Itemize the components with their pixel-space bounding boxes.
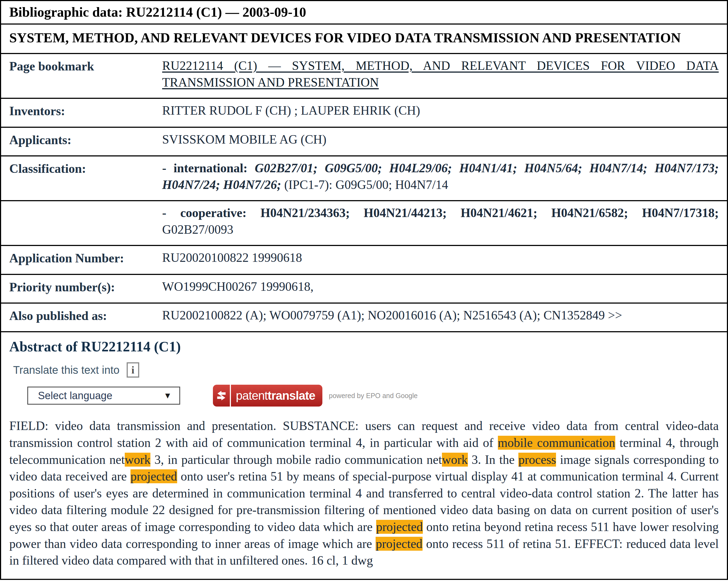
highlighted-term: work: [125, 453, 151, 466]
language-select[interactable]: Select language ▼: [27, 387, 180, 405]
bibliographic-data-page: Bibliographic data: RU2212114 (C1) — 200…: [0, 0, 728, 580]
text-segment: (IPC1-7): G09G5/00; H04N7/14: [284, 178, 448, 192]
field-value: RITTER RUDOL F (CH) ; LAUPER EHRIK (CH): [162, 102, 719, 119]
field-row-page-bookmark: Page bookmark RU2212114 (C1) — SYSTEM, M…: [1, 54, 727, 98]
text-segment: 3. In the: [468, 453, 519, 466]
field-label: Priority number(s):: [9, 278, 162, 296]
highlighted-term: mobile communication: [498, 436, 615, 450]
text-segment: H04N21/234363; H04N21/44213; H04N21/4621…: [260, 206, 719, 220]
text-segment: G02B27/0093: [162, 223, 233, 236]
logo-text-translate: translate: [267, 389, 315, 402]
bookmark-link[interactable]: RU2212114 (C1) — SYSTEM, METHOD, AND REL…: [162, 59, 719, 89]
classification-international-value: - international: G02B27/01; G09G5/00; H0…: [162, 160, 719, 193]
field-row-classification-international: Classification: - international: G02B27/…: [1, 156, 727, 200]
field-row-application-number: Application Number: RU20020100822 199906…: [1, 246, 727, 274]
text-segment: - cooperative:: [162, 206, 260, 220]
logo-text-patent: patent: [236, 389, 267, 402]
abstract-paragraph: FIELD: video data transmission and prese…: [9, 418, 719, 569]
language-select-value: Select language: [38, 390, 112, 402]
field-row-priority-numbers: Priority number(s): WO1999CH00267 199906…: [1, 275, 727, 303]
abstract-section: Abstract of RU2212114 (C1) Translate thi…: [1, 332, 727, 573]
highlighted-term: projected: [376, 520, 423, 534]
abstract-heading: Abstract of RU2212114 (C1): [9, 338, 719, 355]
translate-arrows-icon: [213, 385, 231, 407]
bibliographic-header: Bibliographic data: RU2212114 (C1) — 200…: [1, 1, 727, 24]
chevron-down-icon: ▼: [163, 391, 172, 400]
field-value: WO1999CH00267 19990618,: [162, 278, 719, 296]
patenttranslate-wordmark: patenttranslate: [231, 385, 322, 407]
patent-title: SYSTEM, METHOD, AND RELEVANT DEVICES FOR…: [1, 25, 727, 53]
translate-controls: Select language ▼ patenttranslate powere…: [27, 385, 719, 407]
highlighted-term: work: [442, 453, 468, 466]
patenttranslate-logo[interactable]: patenttranslate: [213, 385, 322, 407]
text-segment: 3, in particular through mobile radio co…: [150, 453, 442, 466]
text-segment: - international:: [162, 161, 255, 175]
field-label: Application Number:: [9, 249, 162, 267]
field-label: Also published as:: [9, 307, 162, 324]
field-label: Applicants:: [9, 131, 162, 148]
highlighted-term: projected: [375, 537, 422, 551]
highlighted-term: projected: [130, 469, 177, 483]
field-value: RU20020100822 19990618: [162, 249, 719, 267]
field-row-inventors: Inventors: RITTER RUDOL F (CH) ; LAUPER …: [1, 99, 727, 126]
field-value: SVISSKOM MOBILE AG (CH): [162, 131, 719, 148]
field-row-applicants: Applicants: SVISSKOM MOBILE AG (CH): [1, 128, 727, 155]
highlighted-term: process: [518, 453, 556, 466]
field-row-also-published-as: Also published as: RU2002100822 (A); WO0…: [1, 304, 727, 331]
field-label: Inventors:: [9, 102, 162, 119]
field-value: RU2002100822 (A); WO0079759 (A1); NO2001…: [162, 307, 719, 324]
translate-label: Translate this text into: [13, 364, 120, 376]
field-label: Classification:: [9, 160, 162, 193]
field-label: Page bookmark: [9, 57, 162, 91]
classification-cooperative-value: - cooperative: H04N21/234363; H04N21/442…: [162, 204, 719, 238]
field-label-empty: [9, 204, 162, 238]
info-icon[interactable]: i: [127, 362, 139, 378]
powered-by-text: powered by EPO and Google: [329, 392, 418, 400]
field-row-classification-cooperative: - cooperative: H04N21/234363; H04N21/442…: [1, 201, 727, 245]
translate-row: Translate this text into i: [13, 362, 719, 378]
